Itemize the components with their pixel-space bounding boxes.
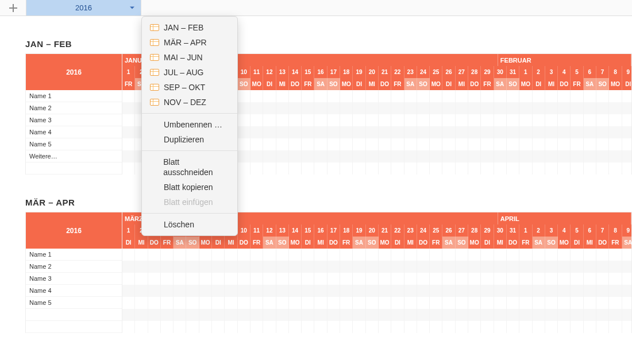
day-cell[interactable] <box>314 249 327 261</box>
day-cell[interactable] <box>186 249 199 261</box>
day-cell[interactable] <box>507 249 519 261</box>
day-cell[interactable] <box>302 90 314 102</box>
day-cell[interactable] <box>584 285 596 297</box>
menu-sheet-3[interactable]: JUL – AUG <box>142 65 237 80</box>
day-cell[interactable] <box>456 90 468 102</box>
day-cell[interactable] <box>507 273 519 285</box>
day-cell[interactable] <box>545 150 558 162</box>
day-cell[interactable] <box>276 162 289 175</box>
day-cell[interactable] <box>558 126 571 138</box>
day-cell[interactable] <box>251 150 263 162</box>
day-cell[interactable] <box>340 150 353 162</box>
day-cell[interactable] <box>481 138 494 150</box>
name-row[interactable]: Name 1 <box>26 90 122 102</box>
day-cell[interactable] <box>596 273 609 285</box>
day-cell[interactable] <box>507 114 519 126</box>
day-cell[interactable] <box>238 150 251 162</box>
day-cell[interactable] <box>545 126 558 138</box>
day-cell[interactable] <box>391 90 404 102</box>
day-cell[interactable] <box>161 297 174 309</box>
day-cell[interactable] <box>327 297 340 309</box>
day-cell[interactable] <box>545 114 558 126</box>
day-cell[interactable] <box>199 273 212 285</box>
day-cell[interactable] <box>571 138 583 150</box>
day-cell[interactable] <box>533 162 545 175</box>
day-cell[interactable] <box>289 273 302 285</box>
day-cell[interactable] <box>442 126 455 138</box>
sheet-tab-2016[interactable]: 2016 <box>26 0 141 16</box>
day-cell[interactable] <box>571 150 583 162</box>
day-cell[interactable] <box>533 150 545 162</box>
day-cell[interactable] <box>366 90 379 102</box>
day-cell[interactable] <box>442 297 455 309</box>
day-cell[interactable] <box>417 138 430 150</box>
day-cell[interactable] <box>340 102 353 114</box>
day-cell[interactable] <box>302 114 314 126</box>
day-cell[interactable] <box>263 90 276 102</box>
day-cell[interactable] <box>533 90 545 102</box>
day-cell[interactable] <box>404 138 417 150</box>
day-cell[interactable] <box>417 285 430 297</box>
day-cell[interactable] <box>122 261 135 273</box>
day-cell[interactable] <box>340 309 353 321</box>
day-cell[interactable] <box>122 249 135 261</box>
day-cell[interactable] <box>609 150 622 162</box>
day-cell[interactable] <box>212 273 225 285</box>
day-cell[interactable] <box>366 114 379 126</box>
day-cell[interactable] <box>596 102 609 114</box>
day-cell[interactable] <box>135 249 148 261</box>
day-cell[interactable] <box>596 162 609 175</box>
day-cell[interactable] <box>558 321 571 333</box>
day-cell[interactable] <box>404 249 417 261</box>
day-cell[interactable] <box>404 126 417 138</box>
day-cell[interactable] <box>507 126 519 138</box>
day-cell[interactable] <box>340 261 353 273</box>
day-cell[interactable] <box>238 321 251 333</box>
day-cell[interactable] <box>442 102 455 114</box>
day-cell[interactable] <box>302 150 314 162</box>
day-cell[interactable] <box>507 150 519 162</box>
day-cell[interactable] <box>442 273 455 285</box>
day-cell[interactable] <box>340 162 353 175</box>
day-cell[interactable] <box>596 285 609 297</box>
day-cell[interactable] <box>596 309 609 321</box>
day-cell[interactable] <box>238 285 251 297</box>
day-cell[interactable] <box>430 249 442 261</box>
day-cell[interactable] <box>314 138 327 150</box>
day-cell[interactable] <box>571 162 583 175</box>
day-cell[interactable] <box>314 126 327 138</box>
day-cell[interactable] <box>571 249 583 261</box>
day-cell[interactable] <box>468 249 481 261</box>
day-cell[interactable] <box>302 261 314 273</box>
day-cell[interactable] <box>545 102 558 114</box>
day-cell[interactable] <box>481 162 494 175</box>
day-cell[interactable] <box>404 321 417 333</box>
day-cell[interactable] <box>622 138 631 150</box>
day-cell[interactable] <box>609 297 622 309</box>
day-cell[interactable] <box>584 273 596 285</box>
day-cell[interactable] <box>302 309 314 321</box>
day-cell[interactable] <box>481 102 494 114</box>
day-cell[interactable] <box>519 321 532 333</box>
day-cell[interactable] <box>276 297 289 309</box>
day-cell[interactable] <box>456 309 468 321</box>
day-cell[interactable] <box>391 102 404 114</box>
day-cell[interactable] <box>494 102 507 114</box>
day-cell[interactable] <box>519 138 532 150</box>
day-cell[interactable] <box>558 261 571 273</box>
day-cell[interactable] <box>456 261 468 273</box>
day-cell[interactable] <box>558 162 571 175</box>
day-cell[interactable] <box>122 321 135 333</box>
day-cell[interactable] <box>353 150 365 162</box>
day-cell[interactable] <box>456 102 468 114</box>
day-cell[interactable] <box>519 126 532 138</box>
day-cell[interactable] <box>391 138 404 150</box>
day-cell[interactable] <box>289 90 302 102</box>
day-cell[interactable] <box>519 273 532 285</box>
day-cell[interactable] <box>494 90 507 102</box>
day-cell[interactable] <box>622 285 631 297</box>
day-cell[interactable] <box>212 309 225 321</box>
day-cell[interactable] <box>302 297 314 309</box>
day-cell[interactable] <box>276 138 289 150</box>
day-cell[interactable] <box>238 114 251 126</box>
